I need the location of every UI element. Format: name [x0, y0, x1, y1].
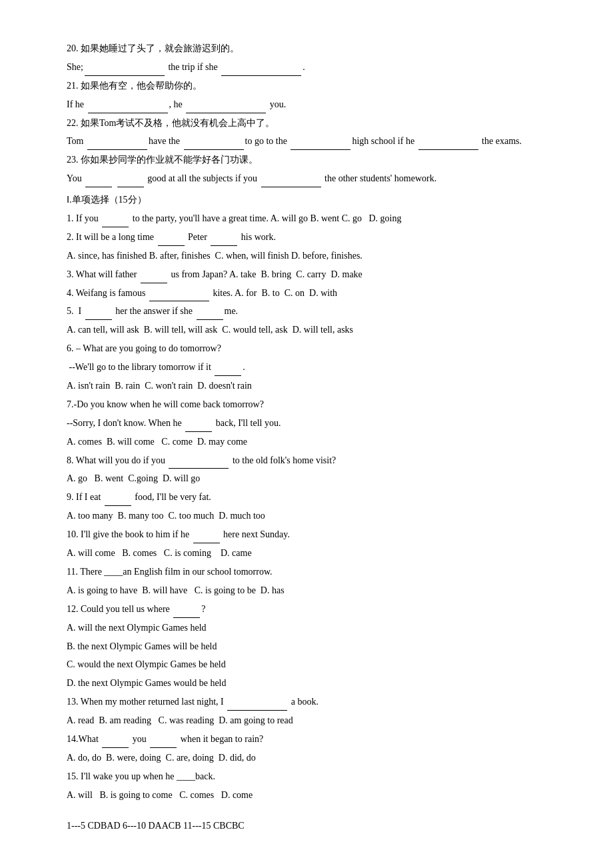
- blank-q2b: [211, 245, 237, 246]
- blank-q8: [169, 468, 229, 469]
- blank-q5b: [197, 319, 223, 320]
- exercise-21-chinese: 21. 如果他有空，他会帮助你的。: [67, 77, 546, 95]
- exercise-23-english: You good at all the subjects if you the …: [67, 170, 546, 187]
- exercise-20-chinese: 20. 如果她睡过了头了，就会旅游迟到的。: [67, 40, 546, 57]
- q6-text: 6. – What are you going to do tomorrow?: [67, 340, 546, 357]
- blank-22b: [184, 149, 244, 150]
- q15-options: A. will B. is going to come C. comes D. …: [67, 787, 546, 804]
- q8-options: A. go B. went C.going D. will go: [67, 470, 546, 487]
- q13-text: 13. When my mother returned last night, …: [67, 693, 546, 711]
- q6-sub: --We'll go to the library tomorrow if it…: [67, 359, 546, 376]
- blank-q6: [215, 375, 241, 376]
- q12-option-c: C. would the next Olympic Games be held: [67, 656, 546, 673]
- q10-options: A. will come B. comes C. is coming D. ca…: [67, 545, 546, 562]
- q7-text: 7.-Do you know when he will come back to…: [67, 396, 546, 413]
- q12-option-d: D. the next Olympic Games would be held: [67, 675, 546, 692]
- exercise-20-english: She; the trip if she .: [67, 59, 546, 76]
- q5-text: 5. I her the answer if she me.: [67, 303, 546, 320]
- q12-option-b: B. the next Olympic Games will be held: [67, 638, 546, 655]
- main-content: 20. 如果她睡过了头了，就会旅游迟到的。 She; the trip if s…: [67, 40, 546, 834]
- blank-q2a: [158, 245, 185, 246]
- q10-text: 10. I'll give the book to him if he here…: [67, 526, 546, 543]
- blank-21b: [186, 113, 266, 113]
- blank-q5a: [85, 319, 112, 320]
- blank-q3: [141, 283, 167, 283]
- blank-q14a: [102, 747, 129, 748]
- blank-21a: [88, 113, 168, 113]
- q13-options: A. read B. am reading C. was reading D. …: [67, 712, 546, 729]
- q15-text: 15. I'll wake you up when he ____back.: [67, 768, 546, 785]
- q5-options: A. can tell, will ask B. will tell, will…: [67, 321, 546, 339]
- q3-text: 3. What will father us from Japan? A. ta…: [67, 266, 546, 283]
- blank-22c: [291, 149, 350, 150]
- q14-text: 14.What you when it began to rain?: [67, 731, 546, 748]
- answers: 1---5 CDBAD 6---10 DAACB 11---15 CBCBC: [67, 815, 546, 835]
- q11-options: A. is going to have B. will have C. is g…: [67, 582, 546, 599]
- exercise-22-english: Tom have the to go to the high school if…: [67, 133, 546, 150]
- q9-options: A. too many B. many too C. too much D. m…: [67, 507, 546, 525]
- section-title: Ⅰ.单项选择（15分）: [67, 191, 546, 209]
- blank-q14b: [150, 747, 177, 748]
- q1-text: 1. If you to the party, you'll have a gr…: [67, 210, 546, 227]
- blank-q4: [149, 301, 209, 301]
- blank-20a: [85, 75, 165, 76]
- q9-text: 9. If I eat food, I'll be very fat.: [67, 489, 546, 506]
- q8-text: 8. What will you do if you to the old fo…: [67, 452, 546, 469]
- q14-options: A. do, do B. were, doing C. are, doing D…: [67, 749, 546, 767]
- blank-23a: [85, 187, 112, 187]
- blank-22d: [418, 149, 478, 150]
- exercise-23-chinese: 23. 你如果抄同学的作业就不能学好各门功课。: [67, 151, 546, 169]
- exercise-22-chinese: 22. 如果Tom考试不及格，他就没有机会上高中了。: [67, 115, 546, 132]
- blank-23c: [261, 187, 321, 187]
- q7-options: A. comes B. will come C. come D. may com…: [67, 433, 546, 451]
- q11-text: 11. There ____an English film in our sch…: [67, 563, 546, 581]
- blank-22a: [87, 149, 147, 150]
- blank-q7: [185, 431, 212, 432]
- q6-options: A. isn't rain B. rain C. won't rain D. d…: [67, 377, 546, 395]
- blank-q10: [193, 543, 220, 543]
- q12-text: 12. Could you tell us where ?: [67, 601, 546, 618]
- exercise-21-english: If he , he you.: [67, 96, 546, 113]
- blank-20b: [221, 75, 301, 76]
- blank-q12: [173, 617, 200, 618]
- q12-option-a: A. will the next Olympic Games held: [67, 619, 546, 637]
- q2-text: 2. It will be a long time Peter his work…: [67, 229, 546, 246]
- blank-q1: [102, 227, 129, 227]
- blank-23b: [117, 187, 144, 187]
- blank-q9: [105, 505, 131, 506]
- q2-options: A. since, has finished B. after, finishe…: [67, 247, 546, 265]
- q7-sub: --Sorry, I don't know. When he back, I'l…: [67, 415, 546, 432]
- q4-text: 4. Weifang is famous kites. A. for B. to…: [67, 285, 546, 302]
- blank-q13: [227, 710, 287, 711]
